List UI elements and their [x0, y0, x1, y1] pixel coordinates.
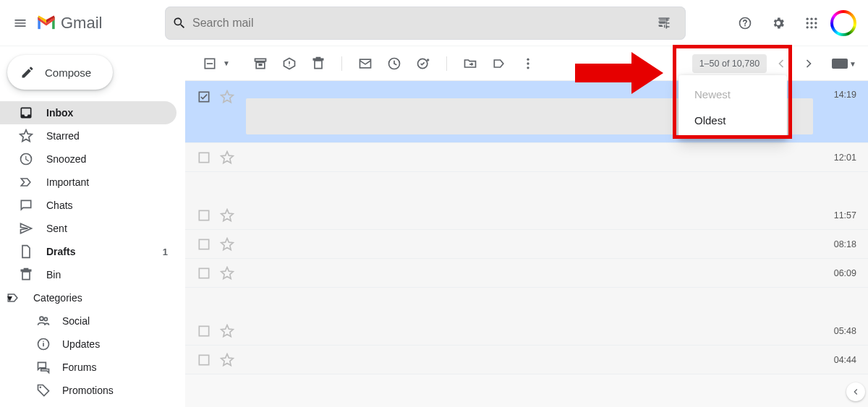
sidebar-item-bin[interactable]: Bin	[0, 263, 176, 286]
row-checkbox-icon[interactable]	[197, 208, 211, 223]
label-icon	[492, 56, 506, 71]
delete-button[interactable]	[305, 51, 331, 77]
sidebar-item-social[interactable]: Social	[0, 309, 176, 333]
tag-icon	[36, 383, 51, 398]
side-panel-toggle[interactable]	[846, 382, 865, 401]
sidebar-label: Chats	[46, 200, 73, 211]
drafts-icon	[19, 244, 33, 259]
row-star-icon[interactable]	[220, 324, 234, 338]
row-star-icon[interactable]	[220, 150, 234, 165]
email-row[interactable]: 06:09	[185, 259, 868, 288]
row-star-icon[interactable]	[220, 208, 234, 223]
apps-button[interactable]	[797, 9, 826, 38]
pagination-count-button[interactable]: 1–50 of 10,780	[692, 54, 767, 73]
select-dropdown-caret-icon[interactable]: ▼	[223, 59, 230, 67]
svg-rect-25	[199, 153, 208, 162]
row-star-icon[interactable]	[220, 237, 234, 252]
search-bar[interactable]	[165, 7, 686, 40]
sidebar-item-inbox[interactable]: Inbox	[0, 101, 176, 124]
move-to-button[interactable]	[457, 51, 483, 77]
sidebar-label: Bin	[46, 269, 61, 280]
svg-rect-27	[199, 239, 208, 249]
select-all-checkbox[interactable]	[197, 51, 223, 77]
pencil-icon	[20, 65, 35, 80]
svg-rect-0	[666, 18, 667, 21]
sidebar-item-promotions[interactable]: Promotions	[0, 379, 176, 402]
svg-rect-29	[199, 326, 208, 335]
sidebar-item-important[interactable]: Important	[0, 171, 176, 194]
tune-icon	[657, 16, 671, 30]
report-spam-button[interactable]	[276, 51, 302, 77]
sidebar-label: Sent	[46, 223, 67, 234]
sidebar-label: Important	[46, 176, 89, 188]
gmail-logo-icon	[36, 15, 56, 31]
email-row[interactable]: 12:01	[185, 143, 868, 172]
compose-button[interactable]: Compose	[7, 55, 113, 90]
sidebar-label: Updates	[62, 338, 100, 350]
sidebar-item-forums[interactable]: Forums	[0, 356, 176, 379]
email-time: 08:18	[827, 239, 856, 249]
mark-unread-button[interactable]	[352, 51, 378, 77]
row-star-icon[interactable]	[220, 266, 234, 280]
more-button[interactable]	[515, 51, 541, 77]
svg-point-22	[527, 62, 529, 64]
sidebar-item-starred[interactable]: Starred	[0, 124, 176, 147]
row-star-icon[interactable]	[220, 90, 234, 104]
chevron-right-icon	[801, 56, 816, 71]
email-time: 06:09	[827, 268, 856, 278]
support-button[interactable]	[731, 9, 760, 38]
main-menu-button[interactable]	[6, 9, 35, 38]
sidebar-item-chats[interactable]: Chats	[0, 194, 176, 217]
clock-icon	[19, 152, 33, 166]
archive-button[interactable]	[247, 51, 273, 77]
sidebar-item-drafts[interactable]: Drafts 1	[0, 240, 176, 263]
sort-oldest-option[interactable]: Oldest	[678, 107, 787, 133]
help-icon	[738, 16, 752, 30]
svg-point-21	[527, 58, 529, 60]
hamburger-icon	[13, 16, 27, 30]
email-row[interactable]: 08:18	[185, 230, 868, 259]
clock-icon	[387, 56, 401, 71]
input-tools-button[interactable]: ▼	[832, 59, 856, 69]
search-input[interactable]	[192, 17, 644, 30]
sidebar-item-sent[interactable]: Sent	[0, 217, 176, 240]
message-list-pane: ▼ 1–50 of 10,780	[185, 46, 868, 407]
settings-button[interactable]	[764, 9, 793, 38]
sidebar-label: Drafts	[46, 246, 75, 257]
row-checkbox-icon[interactable]	[197, 150, 211, 165]
svg-point-10	[810, 26, 812, 28]
email-row[interactable]: 11:57	[185, 201, 868, 230]
inbox-icon	[19, 106, 33, 120]
email-row[interactable]: 04:44	[185, 346, 868, 374]
pagination-sort-menu: Newest Oldest	[678, 75, 787, 139]
svg-point-4	[810, 17, 812, 20]
search-icon	[172, 16, 187, 30]
search-options-button[interactable]	[650, 9, 678, 38]
newer-page-button[interactable]	[768, 51, 794, 77]
add-to-tasks-button[interactable]	[410, 51, 436, 77]
row-checkbox-icon[interactable]	[197, 353, 211, 367]
gmail-brand[interactable]: Gmail	[35, 14, 165, 33]
spam-icon	[282, 56, 297, 71]
row-checkbox-icon[interactable]	[197, 266, 211, 280]
svg-point-23	[527, 67, 529, 69]
compose-label: Compose	[45, 67, 91, 79]
sidebar-item-snoozed[interactable]: Snoozed	[0, 147, 176, 171]
older-page-button[interactable]	[796, 51, 822, 77]
row-checkbox-checked-icon[interactable]	[197, 90, 211, 104]
snooze-button[interactable]	[381, 51, 407, 77]
account-avatar[interactable]	[830, 10, 856, 36]
email-row[interactable]: 05:48	[185, 317, 868, 346]
labels-button[interactable]	[486, 51, 512, 77]
drafts-count: 1	[163, 247, 168, 257]
sidebar-item-updates[interactable]: Updates	[0, 333, 176, 356]
svg-rect-17	[207, 63, 213, 64]
row-checkbox-icon[interactable]	[197, 324, 211, 338]
svg-rect-26	[199, 210, 208, 220]
email-time: 04:44	[827, 355, 856, 365]
row-checkbox-icon[interactable]	[197, 237, 211, 252]
row-star-icon[interactable]	[220, 353, 234, 367]
mail-icon	[358, 56, 373, 71]
sidebar-item-categories[interactable]: ▾ Categories	[0, 286, 176, 309]
input-tools-caret-icon: ▼	[849, 60, 856, 68]
